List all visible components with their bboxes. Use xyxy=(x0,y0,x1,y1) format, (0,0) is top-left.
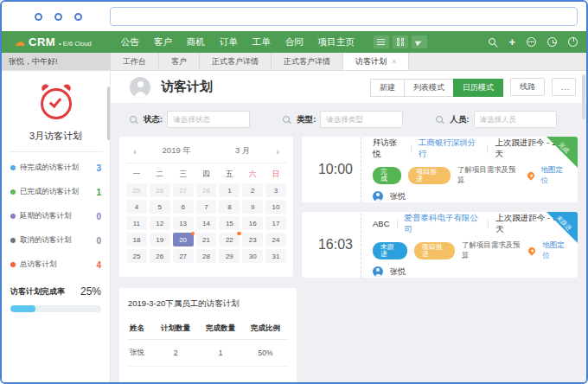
calendar-day-cell[interactable]: 23 xyxy=(242,233,263,246)
calendar-day-number: 7 xyxy=(204,203,208,211)
visit-company-link[interactable]: 工商银行深圳分行 xyxy=(419,138,481,160)
nav-menu-item[interactable]: 客户 xyxy=(154,36,172,48)
visit-stat-row[interactable]: 已完成的访客计划1 xyxy=(10,180,101,204)
visit-card[interactable]: 16:03ABC爱普泰科电子有限公司上次跟进距今 - 712天未跟进项目推进了解… xyxy=(302,212,578,278)
calendar-day-cell[interactable]: 14 xyxy=(196,216,217,230)
more-circle-icon[interactable]: ••• xyxy=(527,37,536,47)
calendar-day-cell[interactable]: 5 xyxy=(150,200,170,214)
tab-工作台[interactable]: 工作台 xyxy=(111,53,159,70)
calendar-day-cell[interactable]: 12 xyxy=(150,216,170,230)
table-row[interactable]: 张悦2150% xyxy=(128,340,288,367)
nav-menu-item[interactable]: 合同 xyxy=(285,36,304,48)
calendar-day-cell[interactable]: 10 xyxy=(265,200,286,214)
route-button[interactable]: 线路 xyxy=(510,78,545,96)
greeting-text: 张悦，中午好! xyxy=(2,53,111,70)
owner-name: 张悦 xyxy=(390,266,406,278)
visit-note: 了解项目需求及预算 xyxy=(462,240,521,261)
calendar-day-cell[interactable]: 17 xyxy=(265,216,286,230)
nav-menu-item[interactable]: 公告 xyxy=(121,36,139,48)
calendar-day-cell[interactable]: 30 xyxy=(242,249,263,263)
send-icon[interactable] xyxy=(412,35,427,48)
calendar-day-cell[interactable]: 27 xyxy=(173,183,194,197)
calendar-day-cell[interactable]: 9 xyxy=(242,200,263,214)
nav-menu-item[interactable]: 商机 xyxy=(187,36,205,48)
calendar-day-number: 12 xyxy=(156,220,163,227)
calendar-month-label[interactable]: 3 月 xyxy=(235,145,250,157)
calendar-day-cell[interactable]: 24 xyxy=(265,233,286,246)
search-icon[interactable] xyxy=(489,38,497,47)
calendar-day-cell[interactable]: 18 xyxy=(126,233,147,246)
calendar-day-cell[interactable]: 21 xyxy=(196,233,217,246)
tab-访客计划[interactable]: 访客计划× xyxy=(343,53,409,70)
tab-客户[interactable]: 客户 xyxy=(159,53,200,70)
tab-正式客户详情[interactable]: 正式客户详情 xyxy=(272,53,343,70)
calendar-day-cell[interactable]: 28 xyxy=(196,249,217,263)
url-bar-input[interactable] xyxy=(110,7,578,26)
visit-stat-row[interactable]: 总访客计划4 xyxy=(10,253,101,277)
browser-bar xyxy=(2,2,586,31)
visit-company-link[interactable]: 爱普泰科电子有限公司 xyxy=(404,213,481,235)
tab-正式客户详情[interactable]: 正式客户详情 xyxy=(200,53,272,70)
table-cell: 50% xyxy=(243,340,288,367)
calendar-day-cell[interactable]: 26 xyxy=(150,249,170,263)
calendar-day-cell[interactable]: 27 xyxy=(173,249,194,263)
clock-icon[interactable] xyxy=(547,37,557,47)
calendar-day-cell[interactable]: 29 xyxy=(219,249,240,263)
calendar-day-cell[interactable]: 19 xyxy=(150,233,170,246)
nav-icon-buttons xyxy=(374,35,427,48)
power-icon[interactable] xyxy=(568,37,578,47)
calendar-day-number: 23 xyxy=(249,236,257,244)
calendar-day-cell[interactable]: 3 xyxy=(265,183,286,197)
status-badge: 完成 xyxy=(373,167,401,184)
calendar-day-cell[interactable]: 2 xyxy=(242,183,263,197)
visit-card[interactable]: 10:00拜访张悦工商银行深圳分行上次跟进距今 - 100天完成项目推进了解项目… xyxy=(302,137,578,202)
calendar-day-cell[interactable]: 25 xyxy=(126,249,147,263)
browser-dot-icon[interactable] xyxy=(54,13,62,21)
calendar-day-cell[interactable]: 22 xyxy=(219,233,240,246)
calendar-day-cell[interactable]: 8 xyxy=(219,200,240,214)
filter-input[interactable] xyxy=(474,111,557,128)
calendar-day-cell[interactable]: 11 xyxy=(126,216,147,230)
visit-stat-row[interactable]: 取消的访客计划0 xyxy=(10,228,101,253)
map-locate-link[interactable]: 地图定位 xyxy=(541,165,569,186)
tab-close-icon[interactable]: × xyxy=(392,57,396,66)
nav-menu-item[interactable]: 项目主页 xyxy=(318,36,355,48)
browser-dot-icon[interactable] xyxy=(35,13,42,21)
calendar-day-cell[interactable]: 1 xyxy=(219,183,240,197)
calendar-weekday: 四 xyxy=(196,170,217,180)
calendar-next-icon[interactable]: › xyxy=(272,146,283,157)
stat-count: 4 xyxy=(96,260,101,270)
grid-view-icon[interactable] xyxy=(393,35,408,48)
calendar-day-cell[interactable]: 31 xyxy=(265,249,286,263)
calendar-day-cell[interactable]: 25 xyxy=(126,183,147,197)
calendar-day-cell[interactable]: 15 xyxy=(219,216,240,230)
visit-stat-row[interactable]: 待完成的访客计划3 xyxy=(10,156,101,180)
view-button-列表模式[interactable]: 列表模式 xyxy=(404,79,454,97)
calendar-day-cell[interactable]: 28 xyxy=(196,183,217,197)
more-actions-button[interactable]: ... xyxy=(552,78,576,96)
calendar-day-cell[interactable]: 20 xyxy=(173,233,194,246)
view-button-日历模式[interactable]: 日历模式 xyxy=(453,79,503,97)
calendar-day-cell[interactable]: 13 xyxy=(173,216,194,230)
nav-menu-item[interactable]: 工单 xyxy=(252,36,271,48)
tab-label: 工作台 xyxy=(123,56,146,67)
menu-lines-icon[interactable] xyxy=(374,35,389,48)
brand[interactable]: ☁ CRM • E/6 Cloud xyxy=(14,35,92,48)
calendar-day-cell[interactable]: 4 xyxy=(126,200,147,214)
calendar-day-cell[interactable]: 6 xyxy=(173,200,194,214)
filter-input[interactable] xyxy=(167,111,250,128)
nav-menu-item[interactable]: 订单 xyxy=(220,36,238,48)
main-scrollbar[interactable] xyxy=(582,74,585,119)
calendar-day-cell[interactable]: 16 xyxy=(242,216,263,230)
calendar-day-cell[interactable]: 26 xyxy=(150,183,170,197)
view-button-新建[interactable]: 新建 xyxy=(370,79,405,97)
browser-dot-icon[interactable] xyxy=(74,13,82,21)
sidebar-scrollbar[interactable] xyxy=(107,86,110,140)
calendar-prev-icon[interactable]: ‹ xyxy=(130,146,140,157)
plus-icon[interactable]: + xyxy=(508,36,515,48)
filter-input[interactable] xyxy=(320,111,403,128)
calendar-day-cell[interactable]: 7 xyxy=(196,200,217,214)
visit-stat-row[interactable]: 延期的访客计划0 xyxy=(10,204,101,228)
map-locate-link[interactable]: 地图定位 xyxy=(542,240,569,261)
calendar-year-label[interactable]: 2019 年 xyxy=(163,145,191,157)
